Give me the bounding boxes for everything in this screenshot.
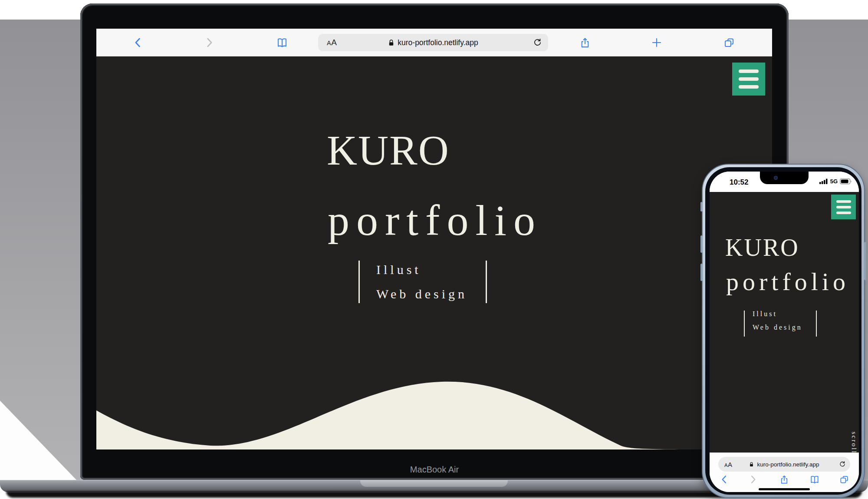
address-bar[interactable]: AA kuro-portfolio.netlify.app xyxy=(718,457,850,472)
service-webdesign: Web design xyxy=(753,324,802,331)
volume-down-button xyxy=(700,264,703,281)
tabs-icon[interactable] xyxy=(839,475,849,485)
clock: 10:52 xyxy=(730,178,748,187)
service-webdesign: Web design xyxy=(376,287,467,301)
network-type: 5G xyxy=(830,178,838,185)
notch xyxy=(760,172,809,184)
site-title-line1: KURO xyxy=(327,129,450,172)
divider-bar-right xyxy=(486,261,487,303)
safari-bottom-bar: AA kuro-portfolio.netlify.app xyxy=(710,453,859,492)
device-label: MacBook Air xyxy=(80,465,789,475)
home-indicator[interactable] xyxy=(759,488,810,490)
volume-up-button xyxy=(700,235,703,253)
site-title-line1: KURO xyxy=(725,235,799,260)
screenshot-stage: AA kuro-portfolio.netlify.app xyxy=(0,0,868,499)
new-tab-icon[interactable] xyxy=(651,36,663,48)
back-button[interactable] xyxy=(720,475,730,485)
url-display: kuro-portfolio.netlify.app xyxy=(718,457,850,472)
hamburger-menu-button[interactable] xyxy=(732,63,765,96)
menu-bar xyxy=(836,211,851,214)
macbook-lid-notch xyxy=(360,480,508,487)
lock-icon xyxy=(388,39,395,46)
scroll-indicator-label: scroll xyxy=(850,432,858,453)
lock-icon xyxy=(749,462,754,467)
tabs-icon[interactable] xyxy=(723,36,735,48)
reload-button[interactable] xyxy=(533,38,542,47)
menu-bar xyxy=(836,206,851,208)
service-illust: Illust xyxy=(753,310,777,318)
address-bar[interactable]: AA kuro-portfolio.netlify.app xyxy=(318,34,548,51)
signal-strength-icon xyxy=(819,178,828,184)
forward-button[interactable] xyxy=(204,36,215,48)
share-icon[interactable] xyxy=(779,475,789,485)
bookmarks-icon[interactable] xyxy=(810,475,820,485)
divider-bar-right xyxy=(816,311,817,337)
url-text: kuro-portfolio.netlify.app xyxy=(757,461,819,468)
menu-bar xyxy=(739,77,759,81)
macbook-frame: AA kuro-portfolio.netlify.app xyxy=(80,3,789,480)
power-button xyxy=(864,242,866,280)
site-title-line2: portfolio xyxy=(328,199,542,242)
webpage-hero-mobile: KURO portfolio Illust Web design scroll xyxy=(710,192,859,453)
safari-toolbar: AA kuro-portfolio.netlify.app xyxy=(96,29,772,56)
iphone-screen: 10:52 5G xyxy=(710,172,859,492)
menu-bar xyxy=(739,85,759,89)
iphone-frame: 10:52 5G xyxy=(702,164,865,498)
url-display: kuro-portfolio.netlify.app xyxy=(318,34,548,51)
status-bar: 10:52 5G xyxy=(710,172,859,192)
mute-switch xyxy=(700,202,703,211)
safari-nav-icons xyxy=(710,473,859,486)
status-icons: 5G xyxy=(819,178,852,185)
reload-button[interactable] xyxy=(839,461,846,468)
menu-bar xyxy=(739,69,759,73)
hamburger-menu-button[interactable] xyxy=(831,195,856,219)
bookmarks-icon[interactable] xyxy=(276,36,288,48)
url-text: kuro-portfolio.netlify.app xyxy=(398,38,478,47)
site-title-line2: portfolio xyxy=(726,269,849,294)
battery-icon xyxy=(840,178,852,185)
wave-graphic xyxy=(96,345,772,449)
service-illust: Illust xyxy=(376,262,421,277)
back-button[interactable] xyxy=(132,36,144,48)
webpage-hero-desktop: KURO portfolio Illust Web design xyxy=(96,56,772,449)
menu-bar xyxy=(836,200,851,203)
macbook-display: AA kuro-portfolio.netlify.app xyxy=(96,29,772,449)
divider-bar-left xyxy=(358,261,360,303)
share-icon[interactable] xyxy=(579,36,591,48)
front-camera xyxy=(774,176,778,180)
forward-button[interactable] xyxy=(748,475,758,485)
divider-bar-left xyxy=(744,311,745,337)
